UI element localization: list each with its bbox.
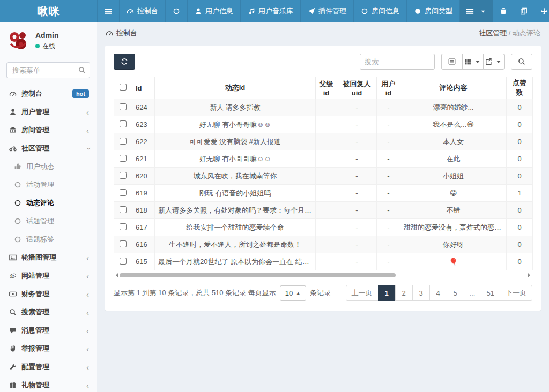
nav-item-circle-item[interactable]: [165, 0, 187, 22]
cell-post: 城东风在吹，我在城南等你: [155, 168, 316, 185]
page-ellipsis: ...: [464, 285, 481, 301]
sidebar-item-room-mgmt[interactable]: 房间管理‹: [0, 121, 97, 139]
page-button-51[interactable]: 51: [481, 285, 500, 301]
nav-item-room-info[interactable]: 房间信息: [353, 0, 406, 22]
next-page-button[interactable]: 下一页: [500, 285, 532, 301]
nav-item-label: 插件管理: [318, 6, 346, 16]
export-button[interactable]: [483, 54, 505, 70]
sidebar-item-topic-mgmt[interactable]: 话题管理: [0, 212, 97, 230]
row-checkbox[interactable]: [120, 189, 127, 196]
table-row: 618新人请多多关照，有处对象的吗？要求：每个月都要给我买礼物🎁--不错0: [114, 202, 533, 219]
sidebar-item-gift-mgmt[interactable]: 礼物管理‹: [0, 376, 97, 392]
column-header[interactable]: 被回复人uid: [337, 77, 377, 99]
column-header[interactable]: Id: [132, 77, 155, 99]
nav-item-console[interactable]: 控制台: [119, 0, 165, 22]
cell-comment: 在此: [400, 150, 507, 168]
sidebar-item-report-mgmt[interactable]: 举报管理‹: [0, 340, 97, 358]
top-right-menu: Admin: [460, 0, 549, 22]
sidebar-item-user-mgmt[interactable]: 用户管理‹: [0, 103, 97, 121]
nav-item-user-music[interactable]: 用户音乐库: [240, 0, 300, 22]
nav-item-menu-dropdown[interactable]: [460, 0, 493, 22]
cell-likes: 1: [507, 185, 533, 202]
sidebar-item-label: 网站管理: [21, 271, 49, 281]
columns-button[interactable]: [462, 54, 484, 70]
row-checkbox[interactable]: [120, 258, 127, 265]
prev-page-button[interactable]: 上一页: [346, 285, 379, 301]
sidebar-item-site-mgmt[interactable]: e网站管理‹: [0, 267, 97, 285]
row-checkbox[interactable]: [120, 172, 127, 179]
scroll-right-arrow-icon[interactable]: [528, 273, 532, 277]
column-header[interactable]: 点赞数: [507, 77, 533, 99]
row-checkbox[interactable]: [120, 206, 127, 213]
search-button[interactable]: [511, 54, 532, 70]
column-header[interactable]: 动态id: [155, 77, 316, 99]
row-checkbox[interactable]: [120, 240, 127, 247]
table-row: 616生不逢时，爱不逢人，所到之处都是命数！--你好呀0: [114, 236, 533, 253]
sidebar-item-banner-mgmt[interactable]: 轮播图管理‹: [0, 248, 97, 267]
refresh-button[interactable]: [114, 54, 135, 70]
nav-item-trash[interactable]: [493, 0, 514, 22]
row-checkbox[interactable]: [120, 223, 127, 230]
user-avatar[interactable]: [6, 29, 30, 52]
sidebar-item-community-mgmt[interactable]: 社区管理‹: [0, 139, 97, 157]
sidebar-item-config-mgmt[interactable]: 配置管理‹: [0, 358, 97, 376]
breadcrumb-left-label[interactable]: 控制台: [116, 28, 137, 38]
nav-item-user-info[interactable]: 用户信息: [187, 0, 240, 22]
column-header[interactable]: 父级id: [316, 77, 337, 99]
nav-item-fullscreen[interactable]: [534, 0, 549, 22]
brand-logo[interactable]: 啾咪: [0, 0, 97, 22]
pagination-bar: 显示第 1 到第 10 条记录，总共 510 条记录 每页显示 10 ▲ 条记录…: [114, 285, 532, 301]
scroll-left-arrow-icon[interactable]: [114, 273, 118, 277]
row-checkbox[interactable]: [120, 138, 127, 145]
horizontal-scrollbar[interactable]: [114, 272, 532, 278]
cell-comment: 甜甜的恋爱没有，轰炸式的恋爱，你要吗？: [400, 219, 507, 236]
page-button-3[interactable]: 3: [412, 285, 430, 301]
cell-parent: [316, 219, 337, 236]
page-button-5[interactable]: 5: [447, 285, 464, 301]
sidebar-user-panel: Admin 在线: [0, 22, 97, 58]
cell-uid: -: [377, 116, 400, 133]
nav-item-plugin-mgmt[interactable]: 插件管理: [300, 0, 353, 22]
cell-reply_uid: -: [337, 99, 377, 116]
page-button-1[interactable]: 1: [378, 285, 396, 301]
sidebar-item-search-mgmt[interactable]: 搜索管理‹: [0, 303, 97, 321]
select-all-checkbox[interactable]: [120, 84, 127, 91]
breadcrumb-section[interactable]: 社区管理: [479, 29, 507, 37]
copy-icon: [520, 7, 528, 15]
column-header[interactable]: 评论内容: [400, 77, 507, 99]
nav-item-copy[interactable]: [514, 0, 534, 22]
caret-up-icon: ▲: [295, 290, 301, 296]
row-checkbox[interactable]: [120, 155, 127, 162]
nav-item-room-type[interactable]: 房间类型: [406, 0, 460, 22]
scrollbar-thumb[interactable]: [120, 273, 396, 277]
nav-item-sidebar-toggle[interactable]: [97, 0, 119, 22]
cell-uid: -: [377, 99, 400, 116]
row-checkbox[interactable]: [120, 120, 127, 127]
sidebar-item-activity-mgmt[interactable]: 活动管理: [0, 176, 97, 194]
cell-likes: 0: [507, 116, 533, 133]
page-button-4[interactable]: 4: [429, 285, 447, 301]
sidebar-item-topic-tags[interactable]: 话题标签: [0, 230, 97, 248]
sidebar-item-label: 控制台: [21, 89, 42, 99]
sidebar-item-label: 搜索管理: [21, 307, 49, 317]
sidebar-item-console[interactable]: 控制台hot: [0, 85, 97, 103]
chevron-left-icon: ‹: [86, 290, 89, 298]
cell-id: 617: [132, 219, 155, 236]
page-button-2[interactable]: 2: [395, 285, 413, 301]
row-checkbox[interactable]: [120, 103, 127, 110]
sidebar-item-message-mgmt[interactable]: 消息管理‹: [0, 321, 97, 340]
sidebar-item-feed-comments[interactable]: 动态评论: [0, 194, 97, 212]
cell-reply_uid: -: [337, 253, 377, 270]
sidebar-search-input[interactable]: [6, 62, 90, 78]
sidebar-item-user-feed[interactable]: 用户动态: [0, 157, 97, 176]
column-header[interactable]: 用户id: [377, 77, 400, 99]
sidebar: Admin 在线 控制台hot用户管理‹房间管理‹社区管理‹用户动态活动管理动态…: [0, 22, 97, 392]
pagination-toggle-button[interactable]: [441, 54, 463, 70]
sidebar-item-finance-mgmt[interactable]: 财务管理‹: [0, 285, 97, 303]
table-row: 621好无聊 有小哥哥嘛☺☺--在此0: [114, 150, 533, 168]
cell-id: 619: [132, 185, 155, 202]
cell-likes: 0: [507, 236, 533, 253]
table-search-input[interactable]: [360, 54, 435, 70]
money-icon: [8, 290, 18, 298]
page-size-dropdown[interactable]: 10 ▲: [280, 285, 306, 301]
